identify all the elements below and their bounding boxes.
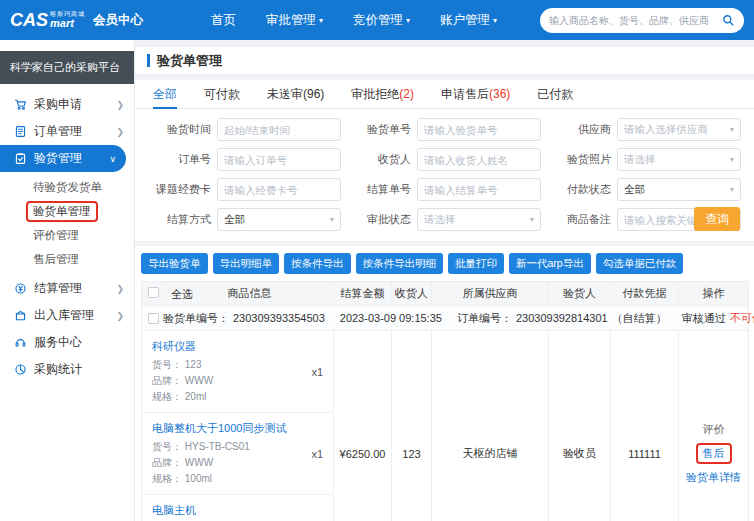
row-checkbox[interactable] bbox=[148, 313, 159, 324]
chevron-down-icon: ▾ bbox=[330, 215, 334, 224]
export-detail-button[interactable]: 导出明细单 bbox=[213, 253, 280, 274]
sidebar-item-label: 结算管理 bbox=[34, 280, 82, 297]
sidebar-item-warehouse[interactable]: 出入库管理 ❯ bbox=[0, 302, 134, 329]
tab-approval-rejected[interactable]: 审批拒绝(2) bbox=[351, 80, 414, 108]
inspection-no-value: 230309393354503 bbox=[233, 312, 325, 324]
tab-payable[interactable]: 可付款 bbox=[204, 80, 240, 108]
sidebar-item-label: 验货管理 bbox=[34, 150, 82, 167]
sidebar-item-purchase-statistics[interactable]: 采购统计 bbox=[0, 356, 134, 383]
nav-item-bidding[interactable]: 竞价管理 ▾ bbox=[353, 12, 410, 29]
header-product-info: 全选 商品信息 bbox=[166, 282, 334, 306]
sidebar-item-purchase-request[interactable]: 采购申请 ❯ bbox=[0, 91, 134, 118]
chevron-down-icon: ▾ bbox=[406, 16, 410, 25]
status-tabs: 全部 可付款 未送审(96) 审批拒绝(2) 申请售后(36) 已付款 bbox=[135, 80, 754, 109]
filter-label: 验货时间 bbox=[147, 122, 217, 137]
supplier-link[interactable]: 天枢的店铺 bbox=[432, 331, 549, 521]
after-sale-link[interactable]: 售后 bbox=[703, 447, 725, 459]
header-settlement-amount: 结算金额 bbox=[334, 282, 392, 306]
search-button[interactable]: 查询 bbox=[694, 207, 740, 231]
inspection-no-input[interactable] bbox=[417, 118, 541, 141]
chevron-down-icon: ▾ bbox=[319, 16, 323, 25]
sidebar-subitem-inspection-orders[interactable]: 验货单管理 bbox=[0, 199, 134, 223]
export-detail-by-condition-button[interactable]: 按条件导出明细 bbox=[356, 253, 444, 274]
cart-icon bbox=[14, 98, 27, 111]
sidebar-item-inspection-management[interactable]: 验货管理 ∨ bbox=[0, 145, 126, 172]
search-icon[interactable] bbox=[722, 14, 735, 27]
product-brand: 品牌： WWW bbox=[152, 456, 286, 470]
arp-export-button[interactable]: 新一代arp导出 bbox=[509, 253, 591, 274]
tab-label: 已付款 bbox=[537, 86, 573, 103]
approval-status-select[interactable]: 请选择 ▾ bbox=[417, 208, 541, 231]
sidebar-item-label: 订单管理 bbox=[34, 123, 82, 140]
sidebar-item-label: 采购申请 bbox=[34, 96, 82, 113]
chevron-icon: ❯ bbox=[116, 127, 124, 137]
filter-label: 订单号 bbox=[147, 152, 217, 167]
order-no-value: 230309392814301 bbox=[516, 312, 608, 324]
filter-label: 付款状态 bbox=[547, 182, 617, 197]
tab-label: 可付款 bbox=[204, 86, 240, 103]
fund-card-input[interactable] bbox=[217, 178, 341, 201]
select-placeholder: 请输入选择供应商 bbox=[624, 123, 730, 137]
tab-label: 未送审(96) bbox=[267, 86, 324, 103]
sidebar-item-order-management[interactable]: 订单管理 ❯ bbox=[0, 118, 134, 145]
receiver-input[interactable] bbox=[417, 148, 541, 171]
product-name-link[interactable]: 电脑整机大于1000同步测试 bbox=[152, 421, 286, 436]
filter-inspection-time: 验货时间 bbox=[147, 118, 341, 141]
evaluate-link[interactable]: 评价 bbox=[703, 422, 725, 437]
filter-inspection-photo: 验货照片 请选择 ▾ bbox=[547, 148, 741, 171]
main-content: 验货单管理 全部 可付款 未送审(96) 审批拒绝(2) 申请售后(36) bbox=[135, 40, 754, 521]
batch-print-button[interactable]: 批量打印 bbox=[448, 253, 504, 274]
app-window: CAS 喀斯玛商城 mart 会员中心 首页 审批管理 ▾ 竞价管理 ▾ 账户管… bbox=[0, 0, 754, 521]
nav-item-account[interactable]: 账户管理 ▾ bbox=[440, 12, 497, 29]
filter-pay-status: 付款状态 全部 ▾ bbox=[547, 178, 741, 201]
tab-after-sale-requested[interactable]: 申请售后(36) bbox=[441, 80, 510, 108]
order-no-label: 订单编号： bbox=[457, 311, 512, 326]
sidebar-subitem-evaluation[interactable]: 评价管理 bbox=[0, 223, 134, 247]
order-no-input[interactable] bbox=[217, 148, 341, 171]
pay-status-select[interactable]: 全部 ▾ bbox=[617, 178, 741, 201]
search-input[interactable] bbox=[549, 15, 722, 26]
product-sku: 货号： HYS-TB-CS01 bbox=[152, 440, 286, 454]
product-spec: 规格： 20ml bbox=[152, 390, 213, 404]
chevron-down-icon: ▾ bbox=[493, 16, 497, 25]
mark-paid-button[interactable]: 勾选单据已付款 bbox=[596, 253, 684, 274]
inspection-photo-select[interactable]: 请选择 ▾ bbox=[617, 148, 741, 171]
export-inspection-orders-button[interactable]: 导出验货单 bbox=[141, 253, 208, 274]
sidebar-item-service-center[interactable]: 服务中心 bbox=[0, 329, 134, 356]
header-operations: 操作 bbox=[679, 282, 749, 306]
header-supplier: 所属供应商 bbox=[432, 282, 549, 306]
chevron-icon: ❯ bbox=[116, 100, 124, 110]
product-name-link[interactable]: 电脑主机 bbox=[152, 503, 228, 518]
inspection-time-input[interactable] bbox=[217, 118, 341, 141]
inspector-cell: 验收员 bbox=[549, 331, 611, 521]
tab-all[interactable]: 全部 bbox=[153, 80, 177, 108]
sidebar-item-label: 采购统计 bbox=[34, 361, 82, 378]
settlement-amount-cell: ¥6250.00 bbox=[334, 331, 392, 521]
annotation-highlight: 售后 bbox=[696, 443, 732, 464]
casmart-logo[interactable]: CAS 喀斯玛商城 mart bbox=[10, 11, 85, 30]
sidebar-subitem-pending-inspection[interactable]: 待验货发货单 bbox=[0, 175, 134, 199]
filter-settlement-no: 结算单号 bbox=[347, 178, 541, 201]
title-accent-bar bbox=[147, 54, 150, 67]
product-name-link[interactable]: 科研仪器 bbox=[152, 339, 213, 354]
select-all-label: 全选 bbox=[171, 286, 193, 301]
sidebar-subitem-after-sale[interactable]: 售后管理 bbox=[0, 247, 134, 271]
nav-item-approval[interactable]: 审批管理 ▾ bbox=[266, 12, 323, 29]
settle-mode-select[interactable]: 全部 ▾ bbox=[217, 208, 341, 231]
page-title-bar: 验货单管理 bbox=[135, 47, 754, 75]
export-by-condition-button[interactable]: 按条件导出 bbox=[284, 253, 351, 274]
product-sku: 货号： 123 bbox=[152, 358, 213, 372]
product-row: 科研仪器 货号： 123 品牌： WWW 规格： 20ml x1 ¥6250.0… bbox=[142, 331, 749, 413]
sidebar-item-settlement[interactable]: 结算管理 ❯ bbox=[0, 275, 134, 302]
inspection-datetime: 2023-03-09 09:15:35 bbox=[340, 312, 442, 324]
tab-paid[interactable]: 已付款 bbox=[537, 80, 573, 108]
settlement-no-input[interactable] bbox=[417, 178, 541, 201]
chevron-down-icon: ▾ bbox=[530, 215, 534, 224]
filter-label: 商品备注 bbox=[547, 212, 617, 227]
select-all-checkbox[interactable] bbox=[148, 287, 159, 298]
supplier-select[interactable]: 请输入选择供应商 ▾ bbox=[617, 118, 741, 141]
inspection-detail-link[interactable]: 验货单详情 bbox=[686, 470, 741, 485]
select-value: 全部 bbox=[224, 213, 330, 227]
tab-not-submitted[interactable]: 未送审(96) bbox=[267, 80, 324, 108]
nav-item-home[interactable]: 首页 bbox=[211, 12, 236, 29]
